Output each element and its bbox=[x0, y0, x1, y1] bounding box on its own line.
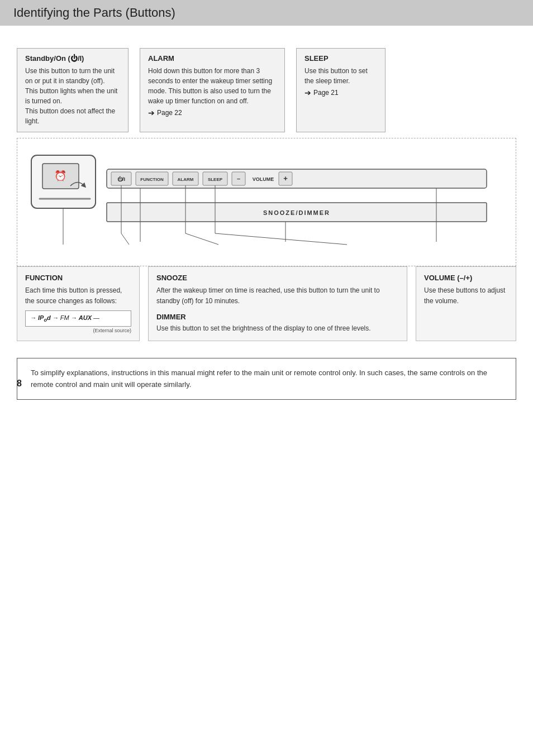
callouts-row: Standby/On (⏻/I) Use this button to turn… bbox=[17, 37, 516, 132]
note-text: To simplify explanations, instructions i… bbox=[31, 369, 487, 389]
alarm-callout: ALARM Hold down this button for more tha… bbox=[140, 48, 285, 132]
dimmer-text: Use this button to set the brightness of… bbox=[156, 323, 399, 334]
sleep-title: SLEEP bbox=[304, 54, 377, 63]
bottom-section: FUNCTION Each time this button is presse… bbox=[0, 266, 533, 341]
volume-callout: VOLUME (–/+) Use these buttons to adjust… bbox=[416, 266, 516, 341]
function-callout: FUNCTION Each time this button is presse… bbox=[17, 266, 140, 341]
alarm-text: Hold down this button for more than 3 se… bbox=[148, 66, 277, 106]
ext-source-label: (External source) bbox=[25, 328, 131, 333]
sleep-text: Use this button to set the sleep timer. bbox=[304, 66, 377, 86]
snooze-dimmer-callout: SNOOZE After the wakeup timer on time is… bbox=[148, 266, 407, 341]
function-text: Each time this button is pressed, the so… bbox=[25, 285, 131, 306]
svg-text:ALARM: ALARM bbox=[178, 177, 194, 182]
svg-line-20 bbox=[121, 233, 129, 245]
standby-text: Use this button to turn the unit on or p… bbox=[25, 66, 120, 126]
svg-text:SNOOZE/DIMMER: SNOOZE/DIMMER bbox=[263, 209, 330, 216]
cycle-text: → IPod → FM → AUX — bbox=[30, 314, 99, 323]
svg-text:VOLUME: VOLUME bbox=[253, 176, 274, 182]
volume-text: Use these buttons to adjust the volume. bbox=[424, 285, 508, 306]
page-number: 8 bbox=[17, 379, 22, 389]
diagram-svg: ⏰ ⏻/I FUNCTION bbox=[17, 138, 516, 266]
svg-text:⏻/I: ⏻/I bbox=[117, 176, 125, 182]
top-section: Standby/On (⏻/I) Use this button to turn… bbox=[0, 37, 533, 266]
snooze-text: After the wakeup timer on time is reache… bbox=[156, 285, 399, 306]
svg-line-24 bbox=[215, 233, 347, 245]
sleep-page-ref: Page 21 bbox=[304, 88, 377, 97]
volume-title: VOLUME (–/+) bbox=[424, 274, 508, 282]
alarm-title: ALARM bbox=[148, 54, 277, 63]
snooze-title: SNOOZE bbox=[156, 274, 399, 282]
standby-title: Standby/On (⏻/I) bbox=[25, 54, 120, 63]
dimmer-title: DIMMER bbox=[156, 313, 399, 321]
diagram-area: ⏰ ⏻/I FUNCTION bbox=[17, 138, 516, 266]
svg-text:⏰: ⏰ bbox=[54, 170, 67, 182]
svg-text:SLEEP: SLEEP bbox=[208, 177, 223, 182]
svg-text:–: – bbox=[237, 175, 240, 182]
page: Identifying the Parts (Buttons) Standby/… bbox=[0, 0, 533, 400]
page-header: Identifying the Parts (Buttons) bbox=[0, 0, 533, 26]
standby-callout: Standby/On (⏻/I) Use this button to turn… bbox=[17, 48, 129, 132]
svg-text:FUNCTION: FUNCTION bbox=[140, 177, 164, 182]
note-box: To simplify explanations, instructions i… bbox=[17, 358, 516, 400]
page-title: Identifying the Parts (Buttons) bbox=[13, 6, 520, 20]
sleep-callout: SLEEP Use this button to set the sleep t… bbox=[296, 48, 386, 132]
function-title: FUNCTION bbox=[25, 274, 131, 282]
svg-line-22 bbox=[185, 233, 218, 245]
bottom-callouts-row: FUNCTION Each time this button is presse… bbox=[17, 266, 516, 341]
alarm-page-ref: Page 22 bbox=[148, 108, 277, 117]
svg-text:+: + bbox=[283, 174, 288, 183]
function-cycle: → IPod → FM → AUX — bbox=[25, 310, 131, 327]
